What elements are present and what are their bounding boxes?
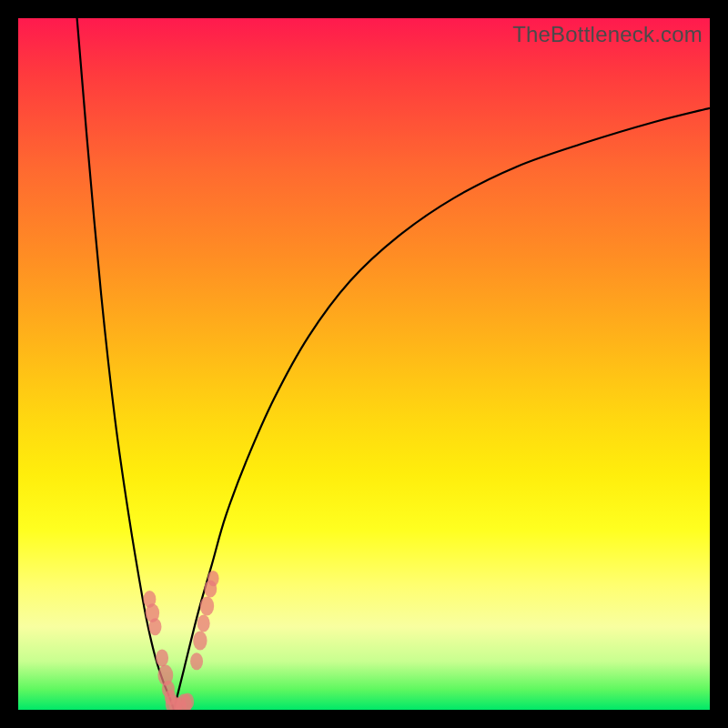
curve-right-branch	[174, 108, 710, 710]
watermark-text: TheBottleneck.com	[512, 22, 703, 47]
data-point	[200, 597, 214, 616]
data-point	[190, 652, 203, 670]
scatter-points	[143, 571, 218, 710]
data-point	[181, 693, 194, 710]
curve-left-branch	[77, 18, 174, 710]
data-point	[207, 571, 219, 586]
data-point	[148, 618, 161, 635]
data-point	[197, 615, 210, 632]
data-point	[156, 650, 168, 667]
chart-svg	[18, 18, 710, 710]
chart-frame: TheBottleneck.com	[0, 0, 728, 728]
data-point	[193, 632, 207, 651]
chart-plot-area: TheBottleneck.com	[18, 18, 710, 710]
